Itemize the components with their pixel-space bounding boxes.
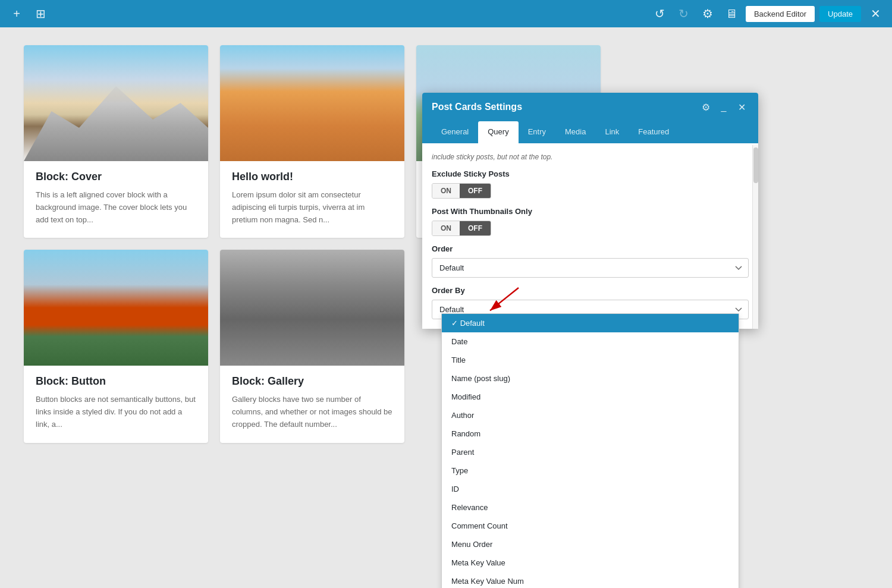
card-2-content: Hello world! Lorem ipsum dolor sit am co… (220, 161, 404, 238)
modal-gear-icon[interactable]: ⚙ (699, 100, 713, 114)
dropdown-item-type[interactable]: Type (442, 461, 739, 480)
preview-icon[interactable]: 🖥 (722, 4, 741, 23)
toolbar-right: ↺ ↻ ⚙ 🖥 Backend Editor Update ✕ (651, 4, 885, 23)
card-1-excerpt: This is a left aligned cover block with … (36, 189, 196, 226)
card-1-title: Block: Cover (36, 171, 196, 183)
card-2[interactable]: Hello world! Lorem ipsum dolor sit am co… (220, 45, 404, 238)
tab-media[interactable]: Media (555, 121, 595, 144)
tab-entry[interactable]: Entry (519, 121, 555, 144)
canvas: Block: Cover This is a left aligned cove… (0, 27, 892, 588)
modal-scrollbar[interactable] (752, 145, 758, 329)
modal-header-icons: ⚙ _ ✕ (699, 100, 749, 114)
dropdown-item-parent[interactable]: Parent (442, 443, 739, 461)
card-2-title: Hello world! (232, 171, 392, 183)
dropdown-item-name[interactable]: Name (post slug) (442, 369, 739, 388)
card-2-image (220, 45, 404, 161)
add-icon[interactable]: + (7, 4, 26, 23)
card-2-excerpt: Lorem ipsum dolor sit am consectetur adi… (232, 189, 392, 226)
tab-query[interactable]: Query (478, 121, 518, 143)
dropdown-item-meta-key-value[interactable]: Meta Key Value (442, 554, 739, 572)
dropdown-item-relevance[interactable]: Relevance (442, 498, 739, 517)
toolbar: + ⊞ ↺ ↻ ⚙ 🖥 Backend Editor Update ✕ (0, 0, 892, 27)
card-4-content: Block: Button Button blocks are not sema… (24, 366, 208, 442)
card-4-image (24, 250, 208, 366)
dropdown-item-random[interactable]: Random (442, 425, 739, 443)
exclude-sticky-toggle: ON OFF (432, 183, 491, 199)
tab-link[interactable]: Link (595, 121, 629, 144)
layout-icon[interactable]: ⊞ (31, 4, 50, 23)
order-by-label: Order By (432, 286, 749, 295)
redo-icon[interactable]: ↻ (674, 4, 693, 23)
order-by-wrapper: Default Default Date Title Name (post sl… (432, 300, 749, 319)
tab-featured[interactable]: Featured (629, 121, 679, 144)
dropdown-item-default[interactable]: Default (442, 314, 739, 332)
order-select[interactable]: Default ASC DESC (432, 258, 749, 278)
modal-tabs: General Query Entry Media Link Featured (422, 121, 758, 143)
modal-body: include sticky posts, but not at the top… (422, 143, 758, 329)
card-5[interactable]: Block: Gallery Gallery blocks have two s… (220, 250, 404, 442)
card-1[interactable]: Block: Cover This is a left aligned cove… (24, 45, 208, 238)
settings-icon[interactable]: ⚙ (698, 4, 717, 23)
thumbnails-on-btn[interactable]: ON (432, 221, 460, 235)
thumbnails-toggle: ON OFF (432, 221, 491, 236)
backend-editor-button[interactable]: Backend Editor (746, 6, 815, 22)
card-5-content: Block: Gallery Gallery blocks have two s… (220, 366, 404, 442)
card-5-image (220, 250, 404, 366)
modal-close-icon[interactable]: ✕ (734, 100, 749, 114)
card-1-content: Block: Cover This is a left aligned cove… (24, 161, 208, 238)
dropdown-item-id[interactable]: ID (442, 480, 739, 498)
modal-minimize-icon[interactable]: _ (717, 100, 731, 114)
undo-icon[interactable]: ↺ (651, 4, 670, 23)
dropdown-item-modified[interactable]: Modified (442, 388, 739, 406)
tab-general[interactable]: General (432, 121, 478, 144)
card-4[interactable]: Block: Button Button blocks are not sema… (24, 250, 208, 442)
thumbnails-off-btn[interactable]: OFF (460, 221, 491, 235)
modal-title: Post Cards Settings (432, 102, 699, 112)
card-5-excerpt: Gallery blocks have two se number of col… (232, 394, 392, 430)
order-label: Order (432, 244, 749, 253)
dropdown-item-title[interactable]: Title (442, 351, 739, 369)
modal-header: Post Cards Settings ⚙ _ ✕ (422, 93, 758, 121)
exclude-sticky-label: Exclude Sticky Posts (432, 169, 749, 178)
dropdown-item-meta-key-value-num[interactable]: Meta Key Value Num (442, 572, 739, 588)
sticky-info-text: include sticky posts, but not at the top… (432, 153, 749, 161)
card-1-image (24, 45, 208, 161)
card-4-excerpt: Button blocks are not semantically butto… (36, 394, 196, 430)
exclude-sticky-off-btn[interactable]: OFF (460, 184, 491, 198)
toolbar-left: + ⊞ (7, 4, 50, 23)
dropdown-item-comment-count[interactable]: Comment Count (442, 517, 739, 535)
dropdown-item-date[interactable]: Date (442, 332, 739, 351)
dropdown-item-author[interactable]: Author (442, 406, 739, 425)
post-cards-settings-modal: Post Cards Settings ⚙ _ ✕ General Query … (422, 93, 758, 329)
thumbnails-label: Post With Thumbnails Only (432, 207, 749, 216)
close-icon[interactable]: ✕ (866, 4, 885, 23)
card-4-title: Block: Button (36, 375, 196, 388)
exclude-sticky-on-btn[interactable]: ON (432, 184, 460, 198)
card-5-title: Block: Gallery (232, 375, 392, 388)
modal-scrollbar-thumb[interactable] (753, 147, 758, 183)
order-by-dropdown[interactable]: Default Date Title Name (post slug) Modi… (441, 313, 739, 588)
dropdown-item-menu-order[interactable]: Menu Order (442, 535, 739, 554)
update-button[interactable]: Update (819, 6, 861, 22)
